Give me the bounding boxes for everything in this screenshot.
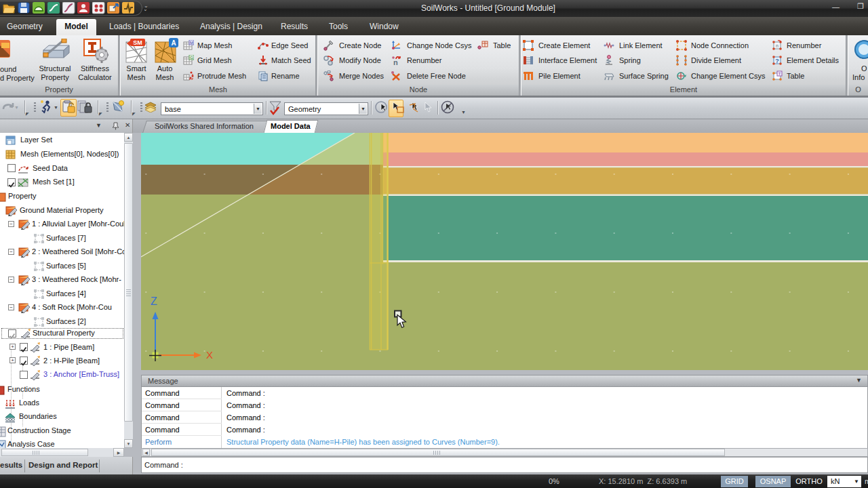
svg-text:A: A [171,39,176,47]
svg-text:M: M [190,41,193,45]
svg-text:G: G [190,56,193,60]
svg-text:n: n [393,58,398,66]
svg-text:X: X [206,349,213,361]
svg-text:?: ? [775,58,779,64]
svg-text:n: n [776,43,778,48]
svg-text:T: T [778,72,781,76]
svg-text:SM: SM [133,39,142,46]
svg-text:Z: Z [151,296,157,307]
